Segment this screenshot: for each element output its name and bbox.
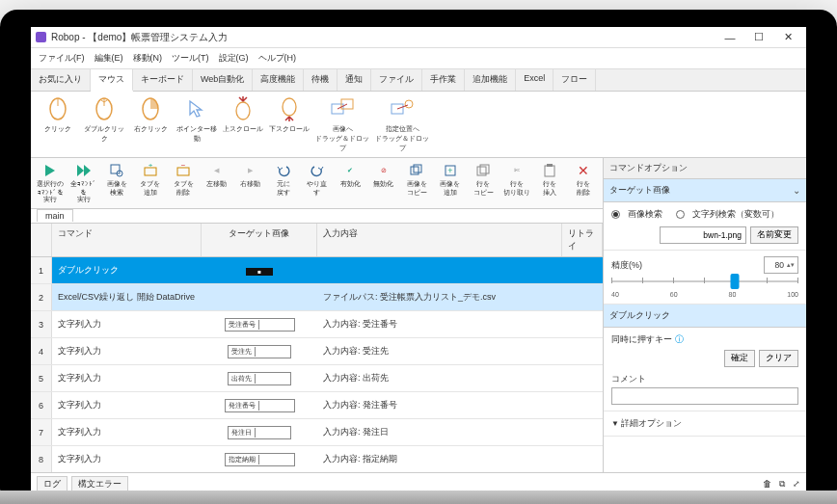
tool-enable[interactable]: ✔有効化 [335, 162, 366, 189]
tab-web[interactable]: Web自動化 [193, 69, 253, 91]
ribbon-click[interactable]: クリック [37, 95, 79, 153]
dblclick-section-head[interactable]: ダブルクリック [604, 305, 806, 328]
table-row[interactable]: 2Excel/CSV繰り返し 開始 DataDriveファイルパス: 受注帳票入… [31, 284, 603, 311]
comment-input[interactable] [611, 387, 798, 405]
tool-run-selected[interactable]: 選択行の ｺﾏﾝﾄﾞを実行 [35, 162, 67, 204]
row-input: 入力内容: 発注番号 [317, 395, 562, 415]
tab-favorites[interactable]: お気に入り [31, 69, 91, 91]
accuracy-value[interactable]: 80▴▾ [764, 256, 798, 274]
row-input: 入力内容: 発注日 [317, 422, 562, 442]
tool-cut-row[interactable]: ✄行を 切り取り [500, 162, 532, 198]
workspace-tab[interactable]: main [37, 209, 73, 222]
table-row[interactable]: 4文字列入力受注先入力内容: 受注先 [31, 338, 603, 365]
row-retry [562, 456, 603, 464]
tab-notify[interactable]: 通知 [338, 69, 371, 91]
tool-add-image[interactable]: +画像を 追加 [434, 162, 466, 198]
row-command: 文字列入力 [52, 449, 202, 469]
row-target: 発注番号 [202, 395, 317, 416]
tab-excel[interactable]: Excel [516, 69, 554, 91]
row-command: 文字列入力 [52, 341, 202, 361]
tool-copy-image[interactable]: 画像を コピー [401, 162, 433, 198]
radio-text-search[interactable] [676, 210, 685, 219]
tool-move-right[interactable]: ▶右移動 [234, 162, 266, 189]
clear-button[interactable]: クリア [759, 350, 798, 367]
table-row[interactable]: 8文字列入力指定納期入力内容: 指定納期 [31, 446, 603, 472]
tool-add-tab[interactable]: +タブを 追加 [135, 162, 167, 198]
tool-redo[interactable]: やり直 す [301, 162, 333, 198]
expand-icon[interactable]: ⤢ [793, 479, 800, 490]
svg-point-6 [283, 98, 296, 116]
maximize-button[interactable]: ☐ [745, 29, 772, 46]
table-row[interactable]: 3文字列入力受注番号入力内容: 受注番号 [31, 311, 603, 338]
window-title: Robop - 【demo】帳票管理システム入力 [51, 31, 716, 44]
left-icon: ◀ [208, 162, 226, 179]
table-row[interactable]: 1ダブルクリック■ [31, 257, 603, 284]
tool-copy-row[interactable]: 行を コピー [468, 162, 500, 198]
table-header: コマンド ターゲット画像 入力内容 リトライ [31, 224, 603, 257]
table-row[interactable]: 7文字列入力発注日入力内容: 発注日 [31, 419, 603, 446]
table-row[interactable]: 5文字列入力出荷先入力内容: 出荷先 [31, 365, 603, 392]
detail-options[interactable]: ▼ 詳細オプション [604, 411, 806, 437]
disable-icon: ⊘ [375, 162, 392, 179]
tool-disable[interactable]: ⊘無効化 [367, 162, 399, 189]
confirm-button[interactable]: 確定 [724, 350, 755, 367]
close-button[interactable]: ✕ [774, 29, 801, 46]
tool-undo[interactable]: 元に 戻す [268, 162, 300, 198]
target-thumb: 発注番号 [225, 399, 295, 412]
tool-move-left[interactable]: ◀左移動 [202, 162, 233, 189]
tab-flow[interactable]: フロー [554, 69, 596, 91]
tab-advanced[interactable]: 高度機能 [253, 69, 304, 91]
menu-tool[interactable]: ツール(T) [168, 50, 213, 66]
row-number: 4 [31, 338, 52, 364]
tab-mouse[interactable]: マウス [91, 69, 133, 92]
tool-delete-row[interactable]: ✕行を 削除 [568, 162, 600, 198]
tool-search-image[interactable]: 画像を 検索 [101, 162, 133, 198]
tab-wait[interactable]: 待機 [304, 69, 338, 91]
menu-edit[interactable]: 編集(E) [91, 50, 127, 66]
syntax-tab[interactable]: 構文エラー [71, 476, 128, 491]
minimize-button[interactable]: — [716, 29, 743, 46]
row-retry [562, 348, 603, 356]
tab-keyboard[interactable]: キーボード [133, 69, 193, 91]
menu-settings[interactable]: 設定(G) [215, 50, 253, 66]
copy-icon[interactable]: ⧉ [779, 479, 785, 490]
info-icon: ⓘ [675, 334, 684, 344]
menu-help[interactable]: ヘルプ(H) [255, 50, 301, 66]
play-all-icon [75, 162, 93, 179]
tab-addon[interactable]: 追加機能 [465, 69, 516, 91]
ribbon-scrollup[interactable]: 上スクロール [222, 95, 264, 153]
menu-file[interactable]: ファイル(F) [35, 50, 89, 66]
target-section-head[interactable]: ターゲット画像 ⌄ [604, 179, 806, 202]
target-filename-input[interactable] [660, 226, 746, 244]
tool-run-all[interactable]: 全ｺﾏﾝﾄﾞを 実行 [68, 162, 100, 204]
tool-del-tab[interactable]: −タブを 削除 [168, 162, 200, 198]
svg-text:−: − [181, 164, 186, 170]
ribbon-drag-image[interactable]: 画像へ ドラッグ＆ドロップ [314, 95, 370, 153]
scroll-up-icon [230, 95, 256, 122]
ribbon-drag-pos[interactable]: 指定位置へ ドラッグ＆ドロップ [374, 95, 430, 153]
radio-image-search[interactable] [611, 210, 620, 219]
row-retry [562, 267, 603, 275]
row-number: 6 [31, 392, 52, 418]
menubar: ファイル(F) 編集(E) 移動(N) ツール(T) 設定(G) ヘルプ(H) [31, 48, 806, 69]
ribbon-dblclick[interactable]: ダブルクリック [83, 95, 125, 153]
tab-manual[interactable]: 手作業 [422, 69, 465, 91]
tool-insert-row[interactable]: 行を 挿入 [534, 162, 566, 198]
log-tab[interactable]: ログ [37, 476, 68, 491]
table-row[interactable]: 6文字列入力発注番号入力内容: 発注番号 [31, 392, 603, 419]
play-icon [41, 162, 59, 179]
cut-icon: ✄ [508, 162, 526, 179]
row-retry [562, 375, 603, 383]
ribbon-scrolldown[interactable]: 下スクロール [268, 95, 310, 153]
svg-text:+: + [447, 166, 452, 175]
accuracy-slider[interactable] [611, 274, 798, 289]
svg-rect-11 [111, 165, 120, 173]
menu-move[interactable]: 移動(N) [129, 50, 167, 66]
ribbon-pointer[interactable]: ポインター移動 [176, 95, 218, 153]
row-input: 入力内容: 出荷先 [317, 368, 562, 388]
triangle-icon: ▼ [611, 419, 619, 428]
rename-button[interactable]: 名前変更 [750, 226, 798, 244]
tab-file[interactable]: ファイル [371, 69, 422, 91]
trash-icon[interactable]: 🗑 [763, 479, 771, 490]
ribbon-rclick[interactable]: 右クリック [129, 95, 172, 153]
